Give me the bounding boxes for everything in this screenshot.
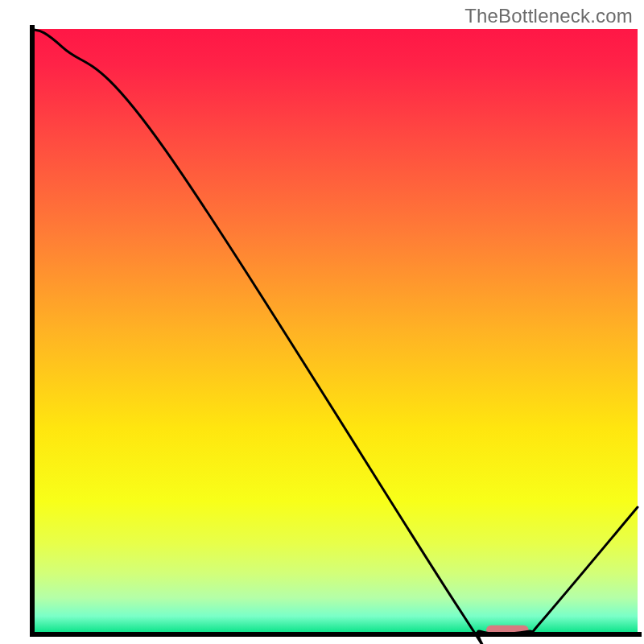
watermark: TheBottleneck.com xyxy=(464,5,633,27)
plot-group xyxy=(32,27,639,644)
chart-container: TheBottleneck.com xyxy=(0,0,644,644)
gradient-bg xyxy=(32,29,638,634)
bottleneck-chart xyxy=(0,0,644,644)
